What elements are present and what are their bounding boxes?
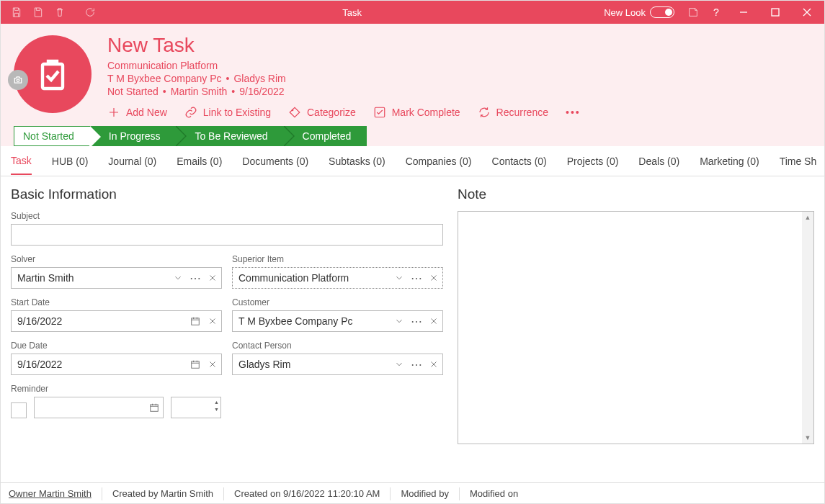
solver-label: Solver [11,254,222,264]
status-modified-on: Modified on [460,487,528,500]
header-subtitle: Communication Platform [107,60,581,71]
clear-icon[interactable] [425,311,442,331]
superior-input[interactable]: ⋯ [232,267,443,289]
status-bar: Owner Martin Smith Created by Martin Smi… [0,482,825,504]
add-new-button[interactable]: Add New [107,106,167,119]
chevron-down-icon[interactable] [169,268,187,288]
note-title: Note [458,186,814,202]
tab-hub[interactable]: HUB (0) [52,148,89,174]
scroll-up-icon[interactable]: ▲ [802,212,813,223]
status-created-by: Created by Martin Smith [102,487,224,500]
superior-label: Superior Item [232,254,443,264]
tab-subtasks[interactable]: Subtasks (0) [329,148,385,174]
solver-input[interactable]: ⋯ [11,267,222,289]
scroll-down-icon[interactable]: ▼ [802,432,813,444]
basic-info-title: Basic Information [11,186,443,202]
svg-rect-5 [192,318,200,325]
svg-rect-6 [192,361,200,368]
categorize-button[interactable]: Categorize [288,106,356,119]
titlebar: Task New Look ? [1,1,824,24]
main-content: Basic Information Subject Solver ⋯ Super… [1,176,824,444]
help-icon[interactable]: ? [706,2,726,22]
spinner-up-icon[interactable]: ▲ [214,399,219,406]
delete-button[interactable] [50,2,70,22]
chevron-down-icon[interactable] [391,268,408,288]
clear-icon[interactable] [204,268,221,288]
page-title: New Task [107,34,581,57]
tab-timesheet[interactable]: Time Sh [780,148,817,174]
task-avatar[interactable] [14,35,92,113]
contact-label: Contact Person [232,341,443,351]
more-actions-button[interactable]: ••• [566,106,581,119]
svg-point-2 [17,79,19,82]
svg-rect-0 [772,9,779,16]
header-card: New Task Communication Platform T M Byxb… [1,24,824,146]
start-date-label: Start Date [11,297,222,307]
stage-not-started[interactable]: Not Started [14,126,90,146]
calendar-icon[interactable] [146,397,163,418]
customer-input[interactable]: ⋯ [232,310,443,332]
tab-task[interactable]: Task [11,148,32,175]
camera-icon[interactable] [8,70,28,90]
mark-complete-button[interactable]: Mark Complete [373,106,460,119]
status-created-on: Created on 9/16/2022 11:20:10 AM [224,487,391,500]
due-date-label: Due Date [11,341,222,351]
chevron-down-icon[interactable] [391,311,408,331]
header-meta-2: Not StartedMartin Smith9/16/2022 [107,86,581,97]
minimize-button[interactable] [729,1,758,24]
save-button[interactable] [6,2,27,22]
tab-documents[interactable]: Documents (0) [242,148,308,174]
reminder-label: Reminder [11,384,221,394]
status-owner[interactable]: Owner Martin Smith [9,487,102,500]
tab-journal[interactable]: Journal (0) [108,148,156,174]
clear-icon[interactable] [204,354,221,374]
tab-emails[interactable]: Emails (0) [177,148,222,174]
due-date-input[interactable] [11,354,222,375]
tab-deals[interactable]: Deals (0) [638,148,679,174]
subject-label: Subject [11,211,443,221]
start-date-input[interactable] [11,310,222,332]
maximize-button[interactable] [761,1,790,24]
notes-icon[interactable] [683,2,703,22]
save-close-button[interactable] [28,2,48,22]
tab-companies[interactable]: Companies (0) [406,148,472,174]
reminder-time-input[interactable]: ▲▼ [171,397,221,418]
clear-icon[interactable] [204,311,221,331]
stage-in-progress[interactable]: In Progress [90,126,177,146]
tab-marketing[interactable]: Marketing (0) [700,148,759,174]
spinner-down-icon[interactable]: ▼ [214,406,219,413]
refresh-button[interactable] [80,2,100,22]
window-title: Task [100,7,604,18]
tab-projects[interactable]: Projects (0) [567,148,619,174]
close-button[interactable] [793,1,821,24]
reminder-checkbox[interactable] [11,402,27,418]
customer-label: Customer [232,297,443,307]
calendar-icon[interactable] [187,354,204,374]
contact-input[interactable]: ⋯ [232,354,443,375]
clear-icon[interactable] [425,268,442,288]
header-meta-1: T M Byxbee Company PcGladys Rim [107,73,581,84]
stage-to-be-reviewed[interactable]: To Be Reviewed [176,126,283,146]
clear-icon[interactable] [425,354,442,374]
note-textarea[interactable]: ▲ ▼ [458,211,814,444]
stage-completed[interactable]: Completed [284,126,367,146]
stage-bar: Not Started In Progress To Be Reviewed C… [14,126,811,146]
status-modified-by: Modified by [391,487,459,500]
more-icon[interactable]: ⋯ [408,311,425,331]
more-icon[interactable]: ⋯ [187,268,204,288]
reminder-date-input[interactable] [34,397,164,418]
more-icon[interactable]: ⋯ [408,268,425,288]
tab-contacts[interactable]: Contacts (0) [492,148,547,174]
tab-strip: Task HUB (0) Journal (0) Emails (0) Docu… [1,146,824,176]
more-icon[interactable]: ⋯ [408,354,425,374]
calendar-icon[interactable] [187,311,204,331]
recurrence-button[interactable]: Recurrence [478,106,548,119]
new-look-toggle[interactable]: New Look [604,6,680,18]
subject-input[interactable] [11,224,443,246]
link-existing-button[interactable]: Link to Existing [184,106,271,119]
note-scrollbar[interactable]: ▲ ▼ [802,212,813,444]
chevron-down-icon[interactable] [391,354,408,374]
svg-rect-7 [151,405,159,411]
